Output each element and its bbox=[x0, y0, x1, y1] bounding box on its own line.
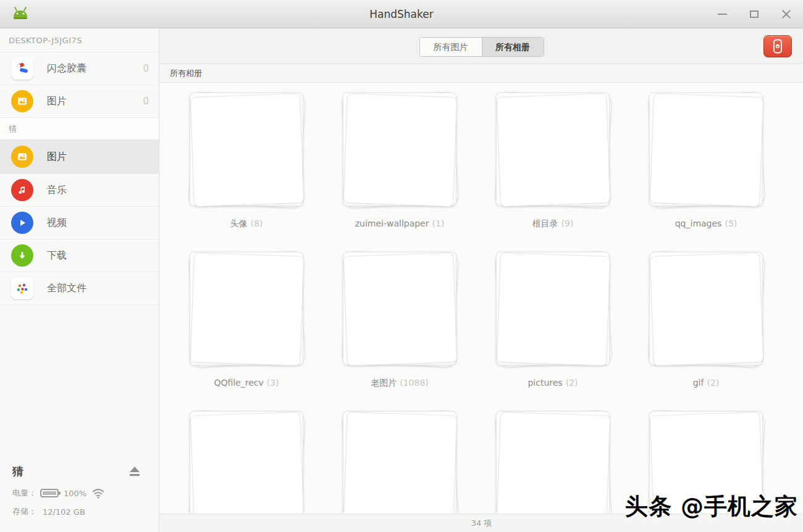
neon-sign-text: ble bbox=[557, 120, 600, 151]
sidebar-item-count: 0 bbox=[143, 63, 149, 74]
eject-icon[interactable] bbox=[127, 465, 142, 478]
photos-icon bbox=[11, 90, 33, 112]
watermark-text: 头条 @手机之家 bbox=[625, 491, 798, 522]
battery-value: 100% bbox=[64, 489, 86, 498]
album-thumbnail-brown-leather bbox=[502, 417, 603, 513]
album-thumbnail-chat-screenshot bbox=[349, 258, 450, 359]
sidebar-item-label: 音乐 bbox=[47, 184, 149, 197]
item-count: 34 项 bbox=[471, 518, 492, 528]
sidebar-item-label: 下载 bbox=[47, 249, 149, 262]
svg-text:电脑、电脑使用 说明: 电脑、电脑使用 说明 bbox=[694, 114, 757, 125]
main-toolbar: 所有图片 所有相册 bbox=[160, 28, 803, 64]
section-title: 所有相册 bbox=[160, 64, 803, 83]
maximize-button[interactable] bbox=[746, 6, 762, 22]
battery-status-row: 电量： 100% bbox=[12, 488, 147, 499]
album-card[interactable]: QQfile_recv(3) bbox=[170, 252, 323, 389]
storage-label: 存储： bbox=[12, 506, 36, 517]
sidebar-item-music[interactable]: 音乐 bbox=[0, 174, 159, 207]
device-section-label: 猜 bbox=[0, 118, 159, 140]
wifi-icon bbox=[91, 488, 105, 499]
album-label: 根目录(9) bbox=[532, 218, 574, 230]
sidebar-item-label: 全部文件 bbox=[47, 282, 149, 295]
album-label: 老图片(1088) bbox=[371, 378, 429, 389]
album-card[interactable]: 头像(8) bbox=[170, 93, 323, 230]
sidebar-item-count: 0 bbox=[143, 96, 149, 107]
album-label: QQfile_recv(3) bbox=[214, 378, 279, 388]
sidebar-item-idea-capsule[interactable]: 闪念胶囊 0 bbox=[0, 52, 159, 85]
album-card[interactable]: 老图片(1088) bbox=[323, 252, 476, 389]
albums-grid: 头像(8) bbox=[160, 83, 803, 513]
battery-icon bbox=[40, 488, 61, 498]
sidebar-item-pictures-device[interactable]: 图片 bbox=[0, 140, 159, 174]
album-thumbnail-black-q-rocket-logo bbox=[655, 258, 757, 359]
album-thumbnail-paper-document: 电脑、电脑使用 说明 bbox=[655, 99, 757, 200]
sidebar-item-download[interactable]: 下载 bbox=[0, 239, 159, 272]
album-thumbnail-3d-terrain-render bbox=[196, 258, 297, 359]
device-status-panel: 猜 电量： 100% 存储： 12/102 GB bbox=[0, 464, 159, 525]
close-button[interactable] bbox=[778, 6, 794, 22]
minimize-button[interactable] bbox=[714, 6, 730, 22]
tab-all-albums[interactable]: 所有相册 bbox=[482, 38, 544, 56]
album-thumbnail-pencil-sketch bbox=[196, 99, 297, 200]
sidebar-item-label: 图片 bbox=[47, 151, 149, 164]
disconnect-phone-button[interactable] bbox=[763, 35, 792, 57]
album-label: pictures(2) bbox=[528, 378, 578, 388]
handshaker-logo-icon bbox=[11, 6, 30, 23]
main-area: 所有图片 所有相册 所有相册 bbox=[160, 28, 803, 532]
phone-icon bbox=[773, 39, 783, 54]
album-card[interactable] bbox=[170, 411, 323, 513]
photos-icon bbox=[11, 146, 33, 168]
sidebar-item-label: 图片 bbox=[47, 95, 143, 108]
all-files-icon bbox=[11, 277, 33, 299]
view-segmented-control: 所有图片 所有相册 bbox=[419, 37, 544, 57]
sidebar: DESKTOP-J5JGI7S 闪念胶囊 0 图片 0 猜 bbox=[0, 28, 159, 532]
storage-status-row: 存储： 12/102 GB bbox=[12, 506, 147, 517]
album-label: qq_images(5) bbox=[675, 218, 738, 228]
titlebar: HandShaker bbox=[0, 0, 803, 28]
computer-name: DESKTOP-J5JGI7S bbox=[0, 28, 159, 52]
album-card[interactable] bbox=[323, 411, 476, 513]
album-card[interactable] bbox=[476, 411, 629, 513]
album-card[interactable]: pictures(2) bbox=[476, 252, 629, 389]
album-label: 头像(8) bbox=[230, 218, 263, 230]
battery-label: 电量： bbox=[12, 488, 36, 499]
album-thumbnail-phone-app-screenshot bbox=[502, 258, 603, 359]
music-icon bbox=[11, 179, 33, 201]
device-name: 猜 bbox=[12, 464, 127, 479]
tab-all-photos[interactable]: 所有图片 bbox=[420, 38, 482, 56]
album-card[interactable]: ble 根目录(9) bbox=[476, 93, 629, 230]
album-card[interactable]: zuimei-wallpaper(1) bbox=[323, 93, 476, 230]
capsule-icon bbox=[11, 57, 33, 80]
video-play-icon bbox=[11, 212, 33, 234]
album-card[interactable]: gif(2) bbox=[629, 252, 783, 389]
album-thumbnail-street-photo bbox=[196, 417, 297, 513]
album-thumbnail-neon-split-scene: ble bbox=[502, 99, 603, 200]
sidebar-item-pictures-pc[interactable]: 图片 0 bbox=[0, 85, 159, 118]
storage-value: 12/102 GB bbox=[43, 507, 85, 517]
album-label: gif(2) bbox=[693, 378, 720, 388]
album-label: zuimei-wallpaper(1) bbox=[355, 218, 445, 228]
album-thumbnail-phone-homescreen bbox=[349, 417, 450, 513]
album-thumbnail-white-wall-window-tree bbox=[349, 99, 450, 200]
sidebar-item-video[interactable]: 视频 bbox=[0, 207, 159, 239]
sidebar-item-all-files[interactable]: 全部文件 bbox=[0, 272, 159, 305]
sidebar-item-label: 闪念胶囊 bbox=[47, 62, 143, 75]
download-icon bbox=[11, 244, 33, 267]
sidebar-item-label: 视频 bbox=[47, 217, 149, 230]
album-card[interactable]: 电脑、电脑使用 说明 bbox=[629, 93, 783, 230]
window-title: HandShaker bbox=[0, 8, 803, 20]
